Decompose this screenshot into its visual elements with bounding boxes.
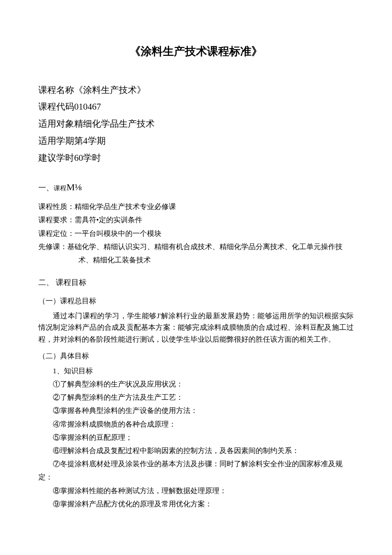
knowledge-item-9: ⑨掌握涂料产品配方优化的原理及常用优化方案： [38, 498, 354, 510]
value: 《涂料生产技术》 [74, 85, 146, 95]
overall-goal-heading: （一）课程总目标 [38, 295, 354, 307]
section-label: 课程 [54, 185, 66, 192]
prerequisite-line-2: 术、精细化工装备技术 [38, 254, 354, 266]
value: 第4学期 [74, 136, 106, 146]
knowledge-item-3: ③掌握各种典型涂料的生产设备的使用方法： [38, 405, 354, 416]
course-code: 课程代码010467 [38, 99, 354, 116]
specific-goal-heading: （二）具体目标 [38, 350, 354, 362]
course-audience: 适用对象精细化学品生产技术 [38, 116, 354, 133]
value: 010467 [74, 102, 101, 112]
value: 60学时 [74, 153, 101, 163]
section-big-text: M⅛ [66, 182, 82, 192]
knowledge-item-2: ②了解典型涂料的生产方法及生产工艺： [38, 392, 354, 403]
knowledge-item-8: ⑧掌握涂料性能的各种测试方法，理解数据处理原理： [38, 485, 354, 497]
knowledge-item-7b: 定： [38, 471, 354, 483]
section-1-heading: 一、课程M⅛ [38, 180, 354, 195]
knowledge-goal-heading: 1、知识目标 [38, 365, 354, 377]
document-title: 《涂料生产技术课程标准》 [38, 43, 354, 61]
knowledge-item-6: ⑥理解涂料合成及复配过程中影响因素的控制方法，及各因素间的制约关系： [38, 445, 354, 456]
overall-goal-paragraph: 通过本门课程的学习，学生能够J'解涂料行业的最新发展趋势：能够运用所学的知识根据… [38, 310, 354, 345]
course-semester: 适用学期第4学期 [38, 133, 354, 150]
knowledge-item-5: ⑤掌握涂料的豆配原理； [38, 432, 354, 443]
knowledge-item-1: ①了解典型涂料的生产状况及应用状况： [38, 378, 354, 390]
label: 课程代码 [38, 102, 74, 112]
course-position: 课程定位：一平台叫模块中的一个模块 [38, 228, 354, 239]
section-prefix: 一、 [38, 183, 54, 192]
course-nature: 课程性质：精细化学品生产技术专业必修课 [38, 201, 354, 212]
course-name: 课程名称《涂料生产技术》 [38, 82, 354, 99]
label: 适用对象 [38, 119, 74, 129]
course-requirement: 课程要求：需具符•定的实训条件 [38, 214, 354, 226]
label: 课程名称 [38, 85, 74, 95]
knowledge-item-7a: ⑦冬提涂料底材处理及涂装作业的基本方法及步骤：同时了解涂料安全作业的国家标准及规 [38, 458, 354, 470]
course-meta: 课程名称《涂料生产技术》 课程代码010467 适用对象精细化学品生产技术 适用… [38, 82, 354, 167]
course-hours: 建议学时60学时 [38, 150, 354, 167]
section-2-heading: 二、 课程目标 [38, 276, 354, 289]
prerequisite-line-1: 先修课：基础化学、精细认识实习、精细有机合成技术、精细化学品分离技术、化工单元操… [38, 241, 354, 253]
knowledge-item-4: ④常握涂料成膜物质的各种合成原理： [38, 418, 354, 430]
label: 适用学期 [38, 136, 74, 146]
label: 建议学时 [38, 153, 74, 163]
value: 精细化学品生产技术 [74, 119, 155, 129]
